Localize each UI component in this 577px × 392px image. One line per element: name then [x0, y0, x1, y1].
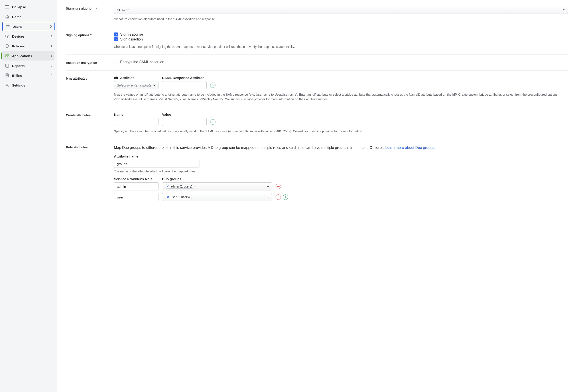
role-attr-name-label: Attribute name	[114, 154, 568, 158]
role-attr-col-groups: Duo groups	[162, 177, 272, 181]
sidebar-reports-label: Reports	[10, 64, 51, 68]
caret-down-icon	[153, 85, 156, 86]
create-attr-value-input[interactable]	[162, 118, 207, 126]
reports-icon	[4, 64, 10, 68]
role-attr-row: ✕ user (2 users)	[114, 193, 568, 201]
sidebar: Collapse Home Users Devices Policies	[0, 0, 57, 392]
role-attr-col-role: Service Provider's Role	[114, 177, 158, 181]
caret-down-icon	[267, 186, 269, 187]
role-attr-remove-button[interactable]	[276, 184, 281, 189]
chevron-right-icon	[51, 35, 52, 38]
role-attr-groups-select[interactable]: ✕ admin (2 users)	[162, 182, 272, 191]
map-attr-saml-input[interactable]	[162, 81, 207, 89]
group-chip: ✕ user (2 users)	[165, 195, 192, 199]
signature-algorithm-select[interactable]: SHA256	[114, 6, 568, 14]
remove-chip-icon[interactable]: ✕	[167, 195, 169, 199]
section-assertion-encryption: Assertion encryption Encrypt the SAML as…	[66, 55, 568, 70]
devices-icon	[4, 34, 10, 38]
label-signature-algorithm: Signature algorithm *	[66, 6, 109, 22]
label-map-attributes: Map attributes	[66, 76, 109, 102]
sidebar-home[interactable]: Home	[2, 12, 55, 21]
section-role-attributes: Role attributes Map Duo groups to differ…	[66, 139, 568, 209]
checkbox-encrypt-assertion-label: Encrypt the SAML assertion	[120, 60, 164, 64]
role-attr-name-help: The name of the attribute which will car…	[114, 169, 568, 173]
section-signing-options: Signing options * Sign response Sign ass…	[66, 27, 568, 55]
sidebar-applications[interactable]: Applications	[2, 51, 55, 61]
chevron-right-icon	[51, 55, 52, 57]
remove-chip-icon[interactable]: ✕	[167, 185, 169, 188]
create-attr-col-value: Value	[162, 113, 207, 117]
shield-icon	[4, 44, 10, 48]
sidebar-applications-label: Applications	[10, 54, 51, 58]
hamburger-icon	[4, 5, 10, 8]
create-attr-help: Specify attributes with hard-coded value…	[114, 129, 568, 134]
label-role-attributes: Role attributes	[66, 145, 109, 204]
billing-icon	[4, 73, 10, 77]
applications-icon	[4, 54, 10, 57]
role-attr-groups-select[interactable]: ✕ user (2 users)	[162, 193, 272, 201]
signature-algorithm-value: SHA256	[117, 8, 129, 12]
chevron-right-icon	[51, 74, 52, 77]
sidebar-collapse[interactable]: Collapse	[2, 2, 55, 12]
map-attr-add-button[interactable]	[210, 83, 216, 88]
sidebar-billing-label: Billing	[10, 74, 51, 77]
svg-point-9	[6, 85, 7, 86]
svg-rect-6	[7, 56, 9, 57]
checkbox-sign-response[interactable]	[114, 33, 118, 36]
label-assertion-encryption: Assertion encryption	[66, 60, 109, 65]
svg-rect-5	[5, 56, 7, 57]
svg-rect-4	[5, 55, 9, 55]
sidebar-users[interactable]: Users	[2, 22, 55, 31]
section-create-attributes: Create attributes Name Value Specify att…	[66, 107, 568, 139]
sidebar-home-label: Home	[10, 15, 52, 19]
svg-point-3	[7, 46, 7, 46]
sidebar-policies[interactable]: Policies	[2, 41, 55, 51]
sidebar-settings[interactable]: Settings	[2, 81, 55, 90]
chevron-right-icon	[51, 45, 52, 47]
sidebar-devices-label: Devices	[10, 34, 51, 38]
role-attr-intro: Map Duo groups to different roles in thi…	[114, 145, 568, 150]
map-attr-idp-placeholder: Select or enter attribute	[117, 83, 152, 87]
sidebar-users-label: Users	[11, 25, 50, 29]
create-attr-add-button[interactable]	[210, 119, 216, 125]
chevron-right-icon	[50, 25, 52, 28]
group-chip-label: admin (2 users)	[171, 185, 192, 188]
users-icon	[4, 25, 11, 28]
create-attr-name-input[interactable]	[114, 118, 158, 126]
role-attr-role-input[interactable]	[114, 193, 158, 201]
create-attr-col-name: Name	[114, 113, 158, 117]
map-attr-idp-select[interactable]: Select or enter attribute	[114, 81, 158, 89]
role-attr-role-input[interactable]	[114, 182, 158, 191]
checkbox-sign-assertion-label: Sign assertion	[120, 37, 143, 41]
label-create-attributes: Create attributes	[66, 113, 109, 134]
role-attr-add-button[interactable]	[283, 195, 288, 200]
group-chip-label: user (2 users)	[171, 195, 190, 199]
role-attr-name-input[interactable]	[114, 160, 199, 168]
main-content: Signature algorithm * SHA256 Signature e…	[57, 0, 577, 392]
chevron-right-icon	[51, 64, 52, 67]
section-map-attributes: Map attributes IdP Attribute SAML Respon…	[66, 70, 568, 107]
sidebar-devices[interactable]: Devices	[2, 32, 55, 41]
role-attr-remove-button[interactable]	[276, 195, 281, 200]
caret-down-icon	[563, 9, 565, 10]
role-attr-row: ✕ admin (2 users)	[114, 182, 568, 191]
sidebar-billing[interactable]: Billing	[2, 71, 55, 80]
sidebar-settings-label: Settings	[10, 83, 52, 87]
gear-icon	[4, 83, 10, 87]
sidebar-collapse-label: Collapse	[10, 5, 52, 9]
label-signing-options: Signing options *	[66, 33, 109, 49]
checkbox-sign-response-label: Sign response	[120, 33, 143, 36]
map-attr-col-saml: SAML Response Attribute	[162, 76, 207, 80]
group-chip: ✕ admin (2 users)	[165, 184, 195, 189]
checkbox-encrypt-assertion[interactable]	[114, 60, 118, 64]
section-signature-algorithm: Signature algorithm * SHA256 Signature e…	[66, 4, 568, 27]
map-attr-col-idp: IdP Attribute	[114, 76, 158, 80]
checkbox-sign-assertion[interactable]	[114, 37, 118, 41]
home-icon	[4, 15, 10, 19]
svg-rect-2	[7, 35, 9, 38]
signing-options-help: Choose at least one option for signing t…	[114, 44, 568, 49]
signature-algorithm-help: Signature encryption algorithm used in t…	[114, 17, 568, 22]
sidebar-reports[interactable]: Reports	[2, 61, 55, 70]
map-attr-help: Map the values of an IdP attribute to an…	[114, 92, 568, 102]
link-learn-duo-groups[interactable]: Learn more about Duo groups.	[385, 145, 435, 150]
